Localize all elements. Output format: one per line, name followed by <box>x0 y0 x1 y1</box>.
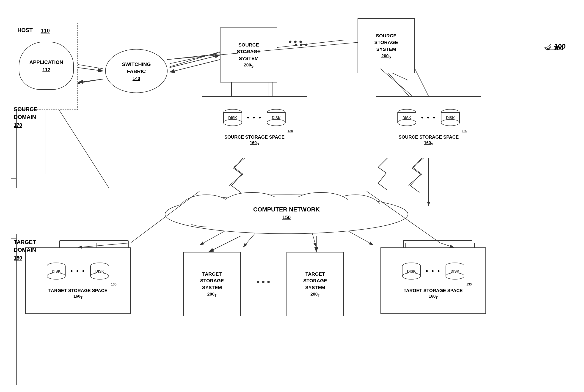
src-space-right-ref: 160S <box>424 140 433 146</box>
svg-text:DISK: DISK <box>407 270 416 273</box>
target-storage-system-left: TARGETSTORAGESYSTEM 200T <box>183 252 241 316</box>
svg-point-45 <box>267 119 285 126</box>
disk-icon-7: DISK <box>401 262 422 280</box>
svg-line-82 <box>170 60 220 72</box>
disk-ref-tsr: 130 <box>466 282 472 286</box>
svg-point-41 <box>223 119 242 126</box>
host-outer-box: HOST 110 APPLICATION 112 <box>14 23 78 110</box>
host-label: HOST <box>18 26 33 34</box>
svg-marker-111 <box>544 47 547 49</box>
disk-dots-right-bottom: • • • <box>426 267 441 275</box>
svg-point-67 <box>91 273 109 279</box>
disk-icon-8: DISK <box>445 262 465 280</box>
source-storage-space-mid: DISK • • • DISK 130 SOURCE STORAGE SPACE… <box>202 96 307 158</box>
src-space-mid-ref: 160S <box>250 140 259 146</box>
svg-text:DISK: DISK <box>228 116 237 120</box>
disk-ref-right: 130 <box>462 129 467 133</box>
svg-line-90 <box>209 236 241 252</box>
tgt-sys-left-ref: 200T <box>200 292 224 298</box>
svg-point-63 <box>47 273 65 279</box>
application-cloud: APPLICATION 112 <box>19 42 74 90</box>
disk-icon-1: DISK <box>222 108 243 127</box>
switching-fabric-cloud: SWITCHINGFABRIC 140 <box>103 46 170 96</box>
disk-icon-5: DISK <box>46 262 67 280</box>
svg-point-71 <box>402 273 421 279</box>
svg-line-93 <box>78 243 131 248</box>
tgt-space-right-label: TARGET STORAGE SPACE <box>404 288 463 294</box>
disk-icon-3: DISK <box>396 108 417 127</box>
tgt-sys-left-label: TARGETSTORAGESYSTEM <box>200 270 224 291</box>
host-ref: 110 <box>41 28 50 34</box>
source-storage-system-top-right: SOURCESTORAGESYSTEM 200S <box>358 18 415 73</box>
tgt-space-left-ref: 160T <box>73 294 82 300</box>
fig-arrow-icon <box>543 43 552 50</box>
svg-line-16 <box>56 106 109 188</box>
fig-number-text: 100 <box>554 42 566 50</box>
tgt-space-right-ref: 160T <box>429 294 437 300</box>
src-sys-mid-label: SOURCESTORAGESYSTEM <box>237 42 260 62</box>
tgt-space-left-label: TARGET STORAGE SPACE <box>48 288 108 294</box>
svg-text:DISK: DISK <box>95 270 104 273</box>
src-sys-mid-ref: 200S <box>237 62 260 68</box>
target-domain-text: TARGETDOMAIN <box>14 238 36 254</box>
svg-point-53 <box>441 119 459 126</box>
src-space-mid-label: SOURCE STORAGE SPACE <box>224 134 285 140</box>
disk-dots-left-bottom: • • • <box>71 267 86 275</box>
svg-text:DISK: DISK <box>451 270 459 273</box>
svg-line-21 <box>167 50 225 68</box>
svg-text:DISK: DISK <box>446 116 455 120</box>
application-label: APPLICATION <box>29 59 63 66</box>
target-storage-system-right: TARGETSTORAGESYSTEM 200T <box>287 252 344 316</box>
svg-line-4 <box>167 57 199 64</box>
disk-icon-2: DISK <box>266 108 287 127</box>
svg-line-81 <box>170 55 220 68</box>
source-storage-space-right: DISK • • • DISK 130 SOURCE STORAGE SPACE… <box>376 96 481 158</box>
source-sys-dots-top: • • • <box>295 40 308 50</box>
src-sys-tr-ref: 200S <box>374 54 398 59</box>
fig-number: 100 <box>543 42 566 50</box>
application-ref: 112 <box>43 67 50 72</box>
target-storage-space-left: DISK • • • DISK 130 TARGET STORAGE SPACE… <box>25 248 131 314</box>
source-storage-system-mid: SOURCESTORAGESYSTEM 200S <box>220 28 277 82</box>
source-domain-text: SOURCEDOMAIN <box>14 106 37 121</box>
source-domain-label: SOURCEDOMAIN 170 <box>14 106 37 129</box>
disk-icon-6: DISK <box>89 262 110 280</box>
tgt-sys-right-ref: 200T <box>303 292 327 298</box>
svg-line-80 <box>78 79 103 82</box>
svg-line-89 <box>415 69 429 96</box>
svg-line-95 <box>440 243 454 248</box>
disk-icon-4: DISK <box>440 108 461 127</box>
target-sys-dots: • • • <box>257 277 270 287</box>
disk-ref-mid: 130 <box>288 129 293 133</box>
source-domain-ref: 170 <box>14 122 37 129</box>
computer-network-cloud: COMPUTER NETWORK 150 <box>160 190 413 236</box>
computer-network-ref: 150 <box>282 214 291 220</box>
src-sys-tr-label: SOURCESTORAGESYSTEM <box>374 32 398 52</box>
diagram: ↙ 100 HOST 110 APPLICATION 112 SWITCHING… <box>0 0 584 392</box>
target-domain-ref: 180 <box>14 254 36 262</box>
tgt-sys-right-label: TARGETSTORAGESYSTEM <box>303 270 327 291</box>
switching-fabric-ref: 140 <box>122 76 151 81</box>
target-storage-space-right: DISK • • • DISK 130 TARGET STORAGE SPACE… <box>380 248 486 314</box>
svg-point-49 <box>398 119 416 126</box>
svg-point-75 <box>446 273 464 279</box>
svg-text:DISK: DISK <box>402 116 411 120</box>
svg-text:DISK: DISK <box>52 270 61 273</box>
disk-dots-mid: • • • <box>247 114 262 121</box>
svg-text:DISK: DISK <box>272 116 281 120</box>
switching-fabric-label: SWITCHINGFABRIC <box>122 61 151 75</box>
target-domain-label: TARGETDOMAIN 180 <box>14 238 36 262</box>
svg-line-79 <box>78 68 103 71</box>
disk-dots-right: • • • <box>421 114 436 121</box>
disk-ref-tsl: 130 <box>111 282 117 286</box>
computer-network-label: COMPUTER NETWORK <box>253 206 320 214</box>
src-space-right-label: SOURCE STORAGE SPACE <box>399 134 459 140</box>
